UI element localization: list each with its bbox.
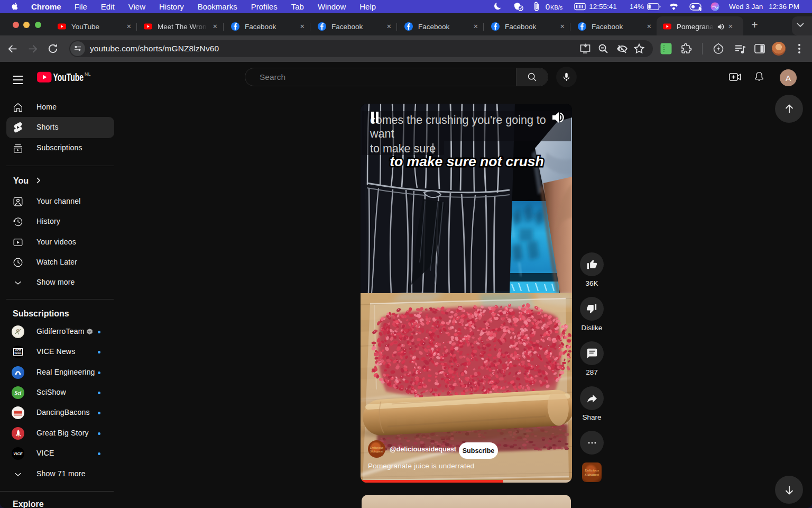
svg-text:NL: NL <box>85 71 91 77</box>
svg-text:YouTube: YouTube <box>53 71 84 83</box>
svg-text:want: want <box>370 128 394 140</box>
svg-text:comes the crushing you're goin: comes the crushing you're going to <box>370 114 546 126</box>
svg-text:to make sure not crush: to make sure not crush <box>390 153 544 169</box>
